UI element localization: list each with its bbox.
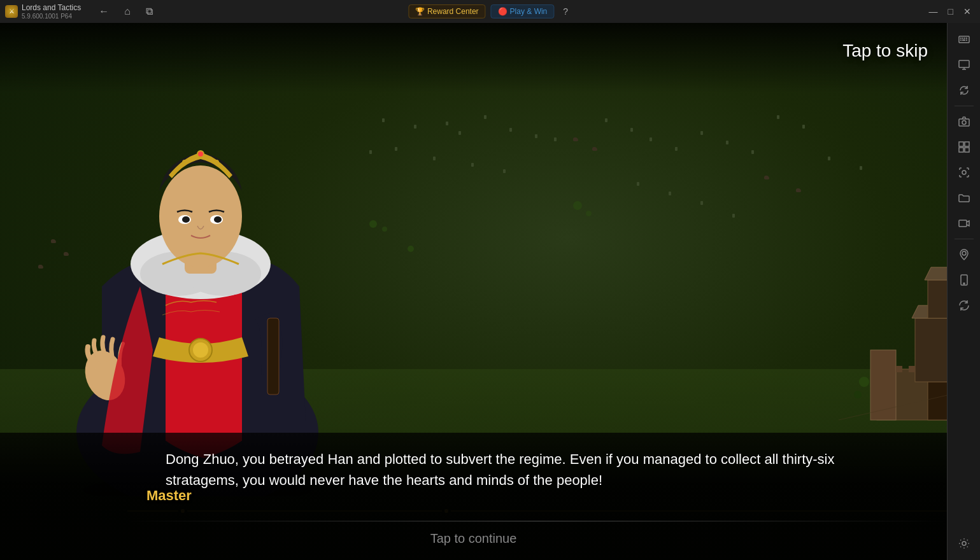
app-icon: ⚔	[5, 5, 18, 18]
svg-point-58	[962, 171, 966, 174]
soldier-unit	[669, 192, 671, 195]
svg-point-62	[962, 542, 966, 545]
sidebar-grid-icon[interactable]	[953, 136, 976, 158]
tree	[382, 227, 387, 232]
dialog-text: Dong Zhuo, you betrayed Han and plotted …	[166, 449, 909, 491]
svg-rect-52	[959, 119, 969, 126]
sidebar-rotate-icon[interactable]	[953, 79, 976, 102]
maximize-button[interactable]: □	[944, 5, 957, 18]
sidebar-video-icon[interactable]	[953, 212, 976, 235]
sidebar-keyboard-icon[interactable]	[953, 28, 976, 51]
close-button[interactable]: ✕	[960, 5, 975, 18]
svg-rect-57	[965, 148, 969, 152]
svg-point-34	[198, 151, 203, 157]
soldier-unit	[605, 118, 607, 122]
soldier-unit	[802, 125, 805, 129]
tap-skip-button[interactable]: Tap to skip	[842, 41, 928, 61]
soldier-unit	[860, 166, 862, 170]
title-bar-center: 🏆 Reward Center 🔴 Play & Win ?	[408, 4, 572, 18]
minimize-button[interactable]: —	[925, 5, 942, 18]
play-win-icon: 🔴	[498, 7, 508, 16]
tap-continue-button[interactable]: Tap to continue	[430, 531, 517, 546]
soldier-unit	[535, 134, 537, 138]
svg-rect-4	[915, 318, 947, 382]
soldier-unit	[675, 147, 678, 151]
sidebar-phone-icon[interactable]	[953, 269, 976, 291]
svg-marker-7	[925, 267, 947, 280]
sidebar-folder-icon[interactable]	[953, 186, 976, 209]
soldier-unit	[433, 157, 436, 160]
soldier-unit	[828, 157, 830, 160]
soldier-unit	[777, 115, 779, 119]
horse-unit	[796, 188, 801, 192]
soldier-unit	[509, 128, 512, 132]
svg-rect-9	[883, 366, 890, 372]
sidebar-location-icon[interactable]	[953, 243, 976, 266]
title-bar: ⚔ Lords and Tactics 5.9.600.1001 P64 ← ⌂…	[0, 0, 980, 23]
svg-rect-47	[962, 39, 965, 41]
svg-rect-3	[928, 382, 947, 420]
right-sidebar	[947, 23, 980, 560]
reward-center-button[interactable]: 🏆 Reward Center	[408, 4, 486, 18]
recent-button[interactable]: ⧉	[142, 4, 157, 18]
svg-rect-49	[959, 60, 969, 67]
character-name: Master	[146, 487, 192, 504]
svg-point-53	[962, 121, 966, 125]
soldier-unit	[650, 137, 652, 141]
title-bar-right-controls: — □ ✕	[925, 5, 980, 18]
svg-rect-43	[962, 38, 963, 39]
sidebar-sync-icon[interactable]	[953, 294, 976, 317]
svg-rect-42	[960, 38, 962, 39]
svg-rect-40	[267, 318, 279, 395]
svg-rect-56	[959, 148, 963, 152]
sidebar-camera-icon[interactable]	[953, 110, 976, 133]
soldier-unit	[630, 128, 633, 132]
home-button[interactable]: ⌂	[120, 4, 134, 18]
help-button[interactable]: ?	[559, 5, 572, 18]
top-overlay	[0, 23, 947, 93]
sidebar-display-icon[interactable]	[953, 53, 976, 76]
soldier-unit	[751, 150, 754, 154]
tree	[369, 220, 377, 228]
horse-unit	[38, 265, 43, 269]
back-button[interactable]: ←	[95, 4, 113, 18]
play-win-button[interactable]: 🔴 Play & Win	[491, 4, 555, 18]
svg-point-32	[182, 160, 187, 165]
svg-point-30	[159, 165, 242, 267]
main-content: Tap to skip	[0, 23, 980, 560]
svg-point-19	[854, 391, 862, 398]
svg-rect-46	[960, 39, 962, 41]
dialog-box: Dong Zhuo, you betrayed Han and plotted …	[0, 433, 947, 560]
soldier-unit	[369, 150, 372, 154]
svg-point-60	[962, 251, 966, 255]
horse-unit	[764, 176, 769, 179]
sidebar-divider	[955, 106, 974, 106]
soldier-unit	[732, 214, 735, 218]
soldier-unit	[382, 118, 385, 122]
sidebar-settings-icon[interactable]	[953, 532, 976, 555]
soldier-unit	[726, 141, 728, 144]
svg-rect-6	[928, 280, 947, 318]
soldier-unit	[700, 131, 703, 135]
svg-rect-59	[959, 220, 967, 227]
svg-rect-54	[959, 142, 963, 146]
svg-point-38	[214, 216, 222, 223]
svg-point-37	[182, 216, 190, 223]
tree	[408, 246, 414, 252]
svg-rect-11	[909, 366, 915, 372]
svg-rect-10	[896, 366, 902, 372]
dialog-bottom-decoration	[127, 521, 947, 522]
sidebar-screenshot-icon[interactable]	[953, 161, 976, 184]
tree	[586, 211, 592, 216]
svg-point-61	[963, 283, 965, 284]
title-bar-left: ⚔ Lords and Tactics 5.9.600.1001 P64 ← ⌂…	[0, 3, 157, 19]
soldier-unit	[395, 147, 397, 151]
soldier-unit	[700, 201, 703, 205]
horse-unit	[592, 147, 597, 151]
app-version: 5.9.600.1001 P64	[22, 13, 81, 20]
soldier-unit	[414, 125, 416, 129]
game-area[interactable]: Tap to skip	[0, 23, 947, 560]
soldier-unit	[471, 163, 474, 167]
soldier-unit	[458, 131, 461, 135]
tree	[573, 201, 582, 210]
